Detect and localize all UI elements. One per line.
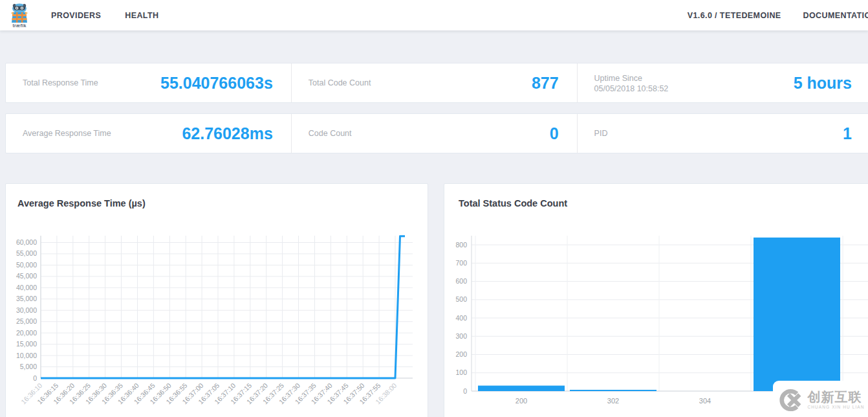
stats-row-2: Average Response Time 62.76028ms Code Co… — [5, 113, 868, 153]
nav-item-providers[interactable]: PROVIDERS — [51, 11, 101, 20]
svg-text:100: 100 — [455, 368, 467, 376]
svg-text:20,000: 20,000 — [16, 329, 37, 337]
svg-text:0: 0 — [463, 387, 467, 395]
stat-total-response-time: Total Response Time 55.040766063s — [6, 63, 291, 102]
stat-value: 1 — [843, 124, 852, 143]
version-label: V1.6.0 / TETEDEMOINE — [688, 11, 781, 20]
stat-value: 5 hours — [794, 74, 852, 93]
svg-text:800: 800 — [455, 241, 467, 249]
svg-text:5,000: 5,000 — [20, 363, 37, 370]
svg-text:55,000: 55,000 — [16, 249, 37, 257]
svg-text:45,000: 45,000 — [16, 272, 37, 280]
stat-value: 55.040766063s — [160, 74, 273, 93]
stat-label-group: Uptime Since 05/05/2018 10:58:52 — [594, 73, 669, 93]
avg-response-time-chart-card: Average Response Time (µs) 05,00010,0001… — [5, 183, 428, 417]
svg-text:25,000: 25,000 — [16, 317, 37, 325]
stat-label-group: Total Response Time — [23, 77, 98, 89]
svg-text:300: 300 — [455, 332, 467, 340]
stat-label-group: Code Count — [309, 128, 352, 139]
nav-item-documentation[interactable]: DOCUMENTATION — [803, 11, 868, 20]
stat-uptime: Uptime Since 05/05/2018 10:58:52 5 hours — [577, 63, 868, 102]
svg-text:15,000: 15,000 — [16, 340, 37, 348]
watermark: 创新互联 CHUANG XIN HU LIAN — [773, 381, 868, 417]
brand-name: træfik — [12, 23, 26, 28]
stat-label-group: Average Response Time — [23, 128, 111, 139]
svg-text:0: 0 — [33, 374, 37, 382]
stat-value: 0 — [550, 124, 559, 143]
stat-value: 62.76028ms — [182, 124, 272, 143]
svg-text:400: 400 — [455, 314, 467, 322]
svg-text:500: 500 — [455, 295, 467, 303]
svg-text:30,000: 30,000 — [16, 306, 37, 314]
svg-text:40,000: 40,000 — [16, 284, 37, 291]
svg-text:200: 200 — [455, 350, 467, 358]
nav-right-group: V1.6.0 / TETEDEMOINE DOCUMENTATION — [688, 11, 868, 20]
svg-text:302: 302 — [607, 397, 619, 405]
stat-total-code-count: Total Code Count 877 — [291, 63, 577, 102]
watermark-logo-icon — [778, 388, 803, 412]
stat-label: Code Count — [309, 128, 352, 139]
stat-sublabel: 05/05/2018 10:58:52 — [594, 84, 669, 93]
svg-text:700: 700 — [455, 259, 467, 267]
navbar: træfik PROVIDERS HEALTH V1.6.0 / TETEDEM… — [0, 0, 868, 30]
svg-text:50,000: 50,000 — [16, 261, 37, 269]
stat-label: Total Code Count — [309, 77, 371, 89]
watermark-text: 创新互联 CHUANG XIN HU LIAN — [807, 390, 864, 410]
main-nav: PROVIDERS HEALTH — [51, 11, 158, 20]
avg-response-time-line-chart: 05,00010,00015,00020,00025,00030,00035,0… — [6, 184, 428, 417]
stat-label-group: Total Code Count — [309, 77, 371, 89]
svg-text:600: 600 — [455, 277, 467, 285]
stats-row-1: Total Response Time 55.040766063s Total … — [5, 63, 868, 103]
traefik-mascot-icon — [8, 3, 30, 24]
stat-average-response-time: Average Response Time 62.76028ms — [6, 114, 291, 153]
stat-label: Average Response Time — [23, 128, 111, 139]
stat-label: PID — [594, 128, 608, 139]
nav-item-health[interactable]: HEALTH — [125, 11, 158, 20]
chart-title: Average Response Time (µs) — [17, 198, 146, 208]
svg-text:35,000: 35,000 — [16, 295, 37, 302]
stat-label: Uptime Since — [594, 73, 669, 84]
stat-value: 877 — [532, 74, 559, 93]
stat-label-group: PID — [594, 128, 608, 139]
svg-text:10,000: 10,000 — [16, 352, 37, 359]
stat-pid: PID 1 — [577, 114, 868, 153]
stat-code-count: Code Count 0 — [291, 114, 577, 153]
svg-text:60,000: 60,000 — [16, 238, 37, 246]
traefik-logo[interactable]: træfik — [5, 3, 34, 28]
stat-label: Total Response Time — [23, 77, 98, 89]
watermark-cn-text: 创新互联 — [807, 390, 864, 403]
svg-text:200: 200 — [515, 397, 527, 405]
chart-title: Total Status Code Count — [459, 198, 567, 208]
watermark-en-text: CHUANG XIN HU LIAN — [807, 405, 864, 410]
svg-text:304: 304 — [699, 397, 711, 405]
